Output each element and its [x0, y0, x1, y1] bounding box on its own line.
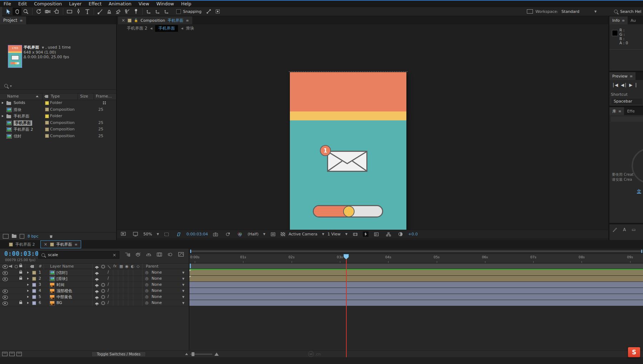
lock-tab-icon[interactable]: 🔓	[134, 19, 138, 22]
layer-switch-cell[interactable]	[128, 300, 133, 306]
resolution-dropdown-icon[interactable]: ▼	[263, 233, 265, 236]
paint-panel-icon[interactable]	[612, 227, 617, 233]
fast-previews-icon[interactable]	[363, 231, 369, 237]
layer-switch-cell[interactable]	[128, 294, 133, 300]
layer-name[interactable]: 时间	[56, 282, 64, 288]
parent-dropdown[interactable]: None▼	[152, 282, 184, 287]
layer-visibility-icon[interactable]	[3, 295, 8, 299]
comp-mini-flowchart-icon[interactable]	[124, 252, 130, 258]
layer-switch-cell[interactable]	[133, 300, 138, 306]
layer-switch-cell[interactable]	[118, 276, 123, 281]
layer-label-swatch[interactable]	[32, 277, 36, 281]
timeline-navigator[interactable]	[189, 249, 643, 254]
shy-switch-icon[interactable]	[95, 266, 99, 268]
layer-name[interactable]: BG	[56, 300, 62, 305]
toggle-switches-modes-button[interactable]: Toggle Switches / Modes	[91, 351, 146, 357]
layer-row[interactable]: 3时间/◎None▼	[0, 282, 189, 288]
eraser-tool[interactable]	[114, 8, 123, 15]
expand-transfer-pane-icon[interactable]	[9, 352, 15, 356]
magnification-dropdown-icon[interactable]: ▼	[157, 233, 159, 236]
label-color-swatch[interactable]	[45, 121, 49, 125]
align-panel-icon[interactable]: ▭	[632, 227, 635, 233]
parent-dropdown[interactable]: None▼	[152, 300, 184, 305]
threed-switch-icon[interactable]: ◇	[137, 264, 139, 269]
parent-pickwhip-icon[interactable]: ◎	[145, 289, 149, 293]
breadcrumb-item[interactable]: 滑块	[186, 26, 194, 31]
layer-expander-icon[interactable]	[27, 271, 29, 274]
parent-dropdown-icon[interactable]: ▼	[182, 277, 184, 280]
layer-shy-icon[interactable]	[95, 284, 99, 286]
layer-switch-cell[interactable]	[118, 300, 123, 306]
timeline-button-icon[interactable]	[372, 230, 381, 238]
layer-switch-cell[interactable]	[133, 288, 138, 294]
expand-switches-pane-icon[interactable]	[2, 352, 8, 356]
layer-track-bar[interactable]	[189, 282, 643, 288]
viewer-timecode[interactable]: 0:00:03:04	[187, 232, 208, 236]
layer-switch-cell[interactable]	[118, 288, 123, 294]
composition-image[interactable]: 1	[290, 72, 406, 230]
project-row[interactable]: 信封Composition25	[0, 133, 116, 140]
video-column-icon[interactable]	[3, 265, 8, 269]
label-color-swatch[interactable]	[45, 128, 49, 131]
menu-window[interactable]: Window	[153, 1, 177, 7]
pan-behind-tool[interactable]	[52, 8, 61, 15]
camera-view-value[interactable]: Active Camera	[288, 232, 317, 236]
parent-dropdown[interactable]: None▼	[152, 294, 184, 299]
navigator-end-handle[interactable]	[641, 250, 642, 253]
layer-switch-cell[interactable]	[133, 270, 138, 275]
rotation-tool[interactable]	[34, 8, 43, 15]
label-color-swatch[interactable]	[45, 101, 49, 105]
interpret-footage-icon[interactable]	[3, 234, 9, 239]
trash-icon[interactable]	[50, 235, 53, 238]
menu-view[interactable]: View	[135, 1, 153, 7]
project-search-icon[interactable]	[4, 84, 8, 88]
label-color-swatch[interactable]	[45, 114, 49, 118]
timeline-search-box[interactable]: scale ×	[38, 251, 119, 259]
parent-dropdown[interactable]: None▼	[152, 270, 184, 275]
parent-dropdown-icon[interactable]: ▼	[182, 271, 184, 274]
project-item-name[interactable]: 滑块	[14, 107, 21, 113]
shortcut-value[interactable]: Spacebar	[612, 99, 642, 104]
layer-switch-cell[interactable]	[123, 300, 128, 306]
layer-switch-cell[interactable]	[128, 282, 133, 288]
puppet-pin-tool[interactable]	[132, 8, 140, 15]
layer-expander-icon[interactable]	[27, 284, 29, 286]
motion-blur-switch-icon[interactable]: ◉	[125, 264, 129, 269]
hide-shy-icon[interactable]	[146, 252, 152, 258]
zoom-in-icon[interactable]	[214, 353, 219, 356]
project-panel-menu-icon[interactable]: ≡	[20, 19, 23, 23]
layer-switch-cell[interactable]	[118, 282, 123, 288]
layer-track-bar[interactable]	[189, 300, 643, 306]
zoom-slider-handle[interactable]	[192, 352, 194, 356]
layer-shy-icon[interactable]	[95, 296, 99, 298]
snapping-checkbox[interactable]	[176, 9, 181, 14]
frame-blend-icon[interactable]	[157, 252, 162, 258]
ruler-grid-icon[interactable]	[268, 230, 277, 238]
parent-pickwhip-icon[interactable]: ◎	[145, 276, 149, 280]
preview-name-dropdown-icon[interactable]: ▼	[42, 46, 44, 49]
close-tab-icon[interactable]: ×	[122, 18, 125, 23]
layer-rasterize-icon[interactable]	[102, 301, 105, 305]
project-row[interactable]: SolidsFolder	[0, 100, 116, 106]
transparency-checker-icon[interactable]	[281, 232, 285, 236]
label-column-icon[interactable]	[30, 265, 34, 268]
project-item-name[interactable]: Solids	[14, 100, 25, 105]
project-row[interactable]: 手机界面Composition25	[0, 120, 116, 126]
collapse-switch-icon[interactable]	[102, 265, 105, 268]
layer-shy-icon[interactable]	[95, 303, 99, 304]
close-tab-icon[interactable]: ×	[44, 242, 48, 247]
breadcrumb-item[interactable]: 手机界面	[155, 25, 178, 32]
region-of-interest-icon[interactable]	[162, 230, 171, 238]
parent-dropdown-icon[interactable]: ▼	[182, 283, 184, 286]
frame-blend-switch-icon[interactable]: ▦	[119, 264, 123, 269]
layer-switch-cell[interactable]	[133, 282, 138, 288]
brush-tool[interactable]	[96, 8, 105, 15]
clear-search-icon[interactable]: ×	[113, 253, 116, 258]
character-panel-icon[interactable]: A	[623, 227, 626, 233]
info-menu-icon[interactable]: ≡	[622, 19, 625, 23]
motion-blur-icon[interactable]	[167, 252, 173, 258]
menu-composition[interactable]: Composition	[30, 1, 65, 7]
search-help-group[interactable]: Search Hel	[614, 9, 641, 14]
sort-ascending-icon[interactable]	[36, 95, 39, 97]
viewer-area[interactable]: 1	[117, 32, 608, 230]
